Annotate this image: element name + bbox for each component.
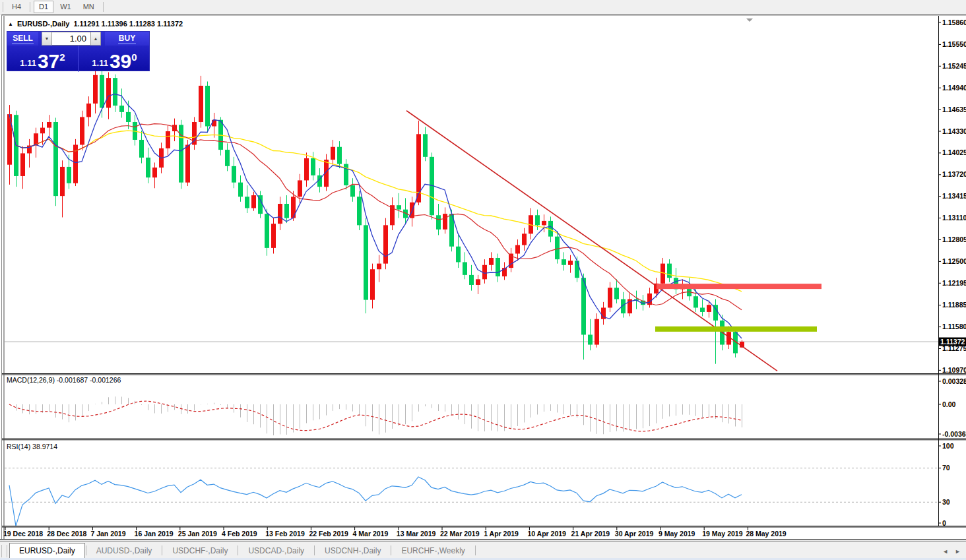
chart-header: ▲ EURUSD-,Daily 1.11291 1.11396 1.11283 … [8,20,183,28]
trade-panel-controls: SELL ▼ ▲ BUY [7,32,149,46]
macd-histogram [10,396,742,435]
price-chart[interactable]: MACD(12,26,9) -0.001687 -0.001266RSI(14)… [0,0,966,560]
svg-text:0.003287: 0.003287 [942,377,966,385]
tab-separator [162,545,162,555]
svg-text:1.13720: 1.13720 [942,170,966,178]
macd-panel-layer: MACD(12,26,9) -0.001687 -0.001266 [7,376,742,435]
tab-eurusd-daily[interactable]: EURUSD-,Daily [9,543,85,558]
svg-text:MACD(12,26,9) -0.001687 -0.001: MACD(12,26,9) -0.001687 -0.001266 [7,376,121,384]
collapse-icon[interactable]: ▲ [8,21,13,27]
svg-text:100: 100 [942,442,954,450]
svg-text:10 Apr 2019: 10 Apr 2019 [527,530,566,538]
svg-text:1.14025: 1.14025 [942,148,966,156]
symbol-tab-bar: EURUSD-,DailyAUDUSD-,DailyUSDCHF-,DailyU… [0,541,966,558]
svg-text:1.14330: 1.14330 [942,127,966,135]
svg-text:70: 70 [942,464,950,472]
buy-price-box[interactable]: 1.11 39 0 [79,46,150,72]
buy-price-big: 39 [110,51,131,71]
svg-text:1.14940: 1.14940 [942,84,966,92]
timeframe-toolbar: H4D1W1MN [0,0,966,15]
svg-text:0.00: 0.00 [942,400,956,408]
svg-text:21 Apr 2019: 21 Apr 2019 [571,530,610,538]
svg-text:RSI(14) 38.9714: RSI(14) 38.9714 [7,443,57,451]
tab-audusd-daily[interactable]: AUDUSD-,Daily [87,544,162,558]
tab-separator [391,545,391,555]
timeframe-button-mn[interactable]: MN [78,1,100,13]
timeframe-button-d1[interactable]: D1 [34,1,53,13]
svg-text:1.13415: 1.13415 [942,192,966,200]
tab-usdchf-daily[interactable]: USDCHF-,Daily [163,544,237,558]
ma-slow-line [9,114,742,292]
volume-increase-button[interactable]: ▲ [90,32,101,46]
svg-text:25 Jan 2019: 25 Jan 2019 [178,530,217,538]
svg-text:13 Mar 2019: 13 Mar 2019 [397,530,436,538]
sell-button[interactable]: SELL [7,32,38,46]
tab-separator [314,545,315,555]
ohlc-quotes: 1.11291 1.11396 1.11283 1.11372 [73,20,183,28]
svg-text:28 May 2019: 28 May 2019 [746,530,786,538]
ma-mid-line [9,114,742,310]
svg-text:13 Feb 2019: 13 Feb 2019 [265,530,305,538]
svg-text:1.15245: 1.15245 [942,62,966,70]
buy-button[interactable]: BUY [105,32,149,46]
svg-text:4 Mar 2019: 4 Mar 2019 [353,530,389,538]
svg-text:22 Feb 2019: 22 Feb 2019 [309,530,348,538]
svg-text:22 Mar 2019: 22 Mar 2019 [440,530,480,538]
svg-text:0: 0 [942,519,946,527]
tab-eurchf-weekly[interactable]: EURCHF-,Weekly [392,544,474,558]
svg-text:19 May 2019: 19 May 2019 [702,530,742,538]
svg-text:30: 30 [942,498,950,506]
tabbar-gripper[interactable] [1,545,7,557]
tab-scroll-right-icon[interactable]: ► [955,548,961,555]
tab-usdcad-daily[interactable]: USDCAD-,Daily [239,544,313,558]
symbol-title: EURUSD-,Daily [17,20,69,28]
tab-list: EURUSD-,DailyAUDUSD-,DailyUSDCHF-,DailyU… [9,542,476,558]
rsi-line [9,477,742,526]
timeframe-button-w1[interactable]: W1 [55,1,77,13]
support-band [655,327,817,332]
tab-separator [238,545,238,555]
svg-text:1.15860: 1.15860 [942,18,966,26]
sell-price-sup: 2 [59,51,65,63]
svg-text:4 Feb 2019: 4 Feb 2019 [222,530,257,538]
terminal: H4D1W1MN MACD(12,26,9) -0.001687 -0.0012… [0,0,966,560]
svg-text:1.11372: 1.11372 [940,338,965,346]
rsi-panel-layer: RSI(14) 38.9714 [5,443,938,526]
price-axis[interactable]: 1.158601.155501.152451.149401.146351.143… [938,18,966,527]
svg-text:1.10970: 1.10970 [942,366,966,374]
tab-separator [86,545,86,555]
svg-text:1.12805: 1.12805 [942,235,966,243]
volume-input[interactable] [52,32,90,46]
svg-text:1.14635: 1.14635 [942,106,966,113]
macd-signal-line [9,401,742,431]
tab-separator [475,545,476,555]
timeframe-button-h4[interactable]: H4 [7,1,26,13]
svg-text:9 May 2019: 9 May 2019 [659,530,695,538]
sell-price-big: 37 [38,51,59,71]
tab-scroll-arrows: ◄ ► [942,548,961,555]
svg-text:1.13110: 1.13110 [942,214,966,222]
svg-text:1.11885: 1.11885 [942,301,966,309]
svg-text:28 Dec 2018: 28 Dec 2018 [47,530,86,538]
date-axis[interactable]: 19 Dec 201828 Dec 20187 Jan 201916 Jan 2… [3,527,787,538]
svg-text:1.11580: 1.11580 [942,323,966,330]
sell-price-box[interactable]: 1.11 37 2 [7,46,79,72]
svg-text:30 Apr 2019: 30 Apr 2019 [615,530,654,538]
buy-price-prefix: 1.11 [92,58,108,68]
tab-usdcnh-daily[interactable]: USDCNH-,Daily [315,544,390,558]
resistance-band [657,284,821,289]
tab-scroll-left-icon[interactable]: ◄ [942,548,948,555]
one-click-trade-panel: SELL ▼ ▲ BUY 1.11 37 2 1.11 39 0 [7,31,150,71]
svg-text:19 Dec 2018: 19 Dec 2018 [3,530,43,538]
svg-text:1.15550: 1.15550 [942,40,966,48]
svg-text:1.12500: 1.12500 [942,257,966,265]
buy-price-sup: 0 [131,51,137,63]
candles-layer [7,69,744,364]
svg-text:1.12195: 1.12195 [942,279,966,287]
svg-text:1 Apr 2019: 1 Apr 2019 [484,530,519,538]
chart-shift-icon [746,18,753,22]
svg-text:-0.003659: -0.003659 [942,430,966,438]
volume-decrease-button[interactable]: ▼ [42,32,52,46]
svg-text:16 Jan 2019: 16 Jan 2019 [135,530,174,538]
svg-text:7 Jan 2019: 7 Jan 2019 [90,530,125,538]
